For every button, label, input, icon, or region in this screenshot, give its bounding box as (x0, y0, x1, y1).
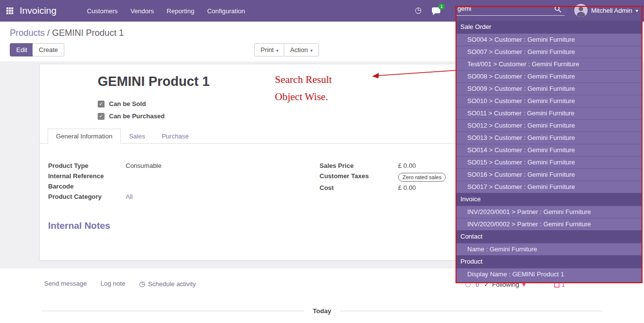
menu-item-reporting[interactable]: Reporting (167, 7, 194, 15)
can-be-purchased-label: Can be Purchased (109, 112, 164, 120)
menu-item-vendors[interactable]: Vendors (131, 7, 154, 15)
left-field-group: Product Type Consumable Internal Referen… (48, 162, 279, 203)
search-result-item[interactable]: SO016 > Customer : Gemini Furniture (456, 168, 642, 181)
field-label: Sales Price (320, 162, 398, 170)
search-results-dropdown: Sale Order SO004 > Customer : Gemini Fur… (456, 21, 642, 282)
search-result-item[interactable]: INV/2020/0002 > Partner : Gemini Furnitu… (456, 218, 642, 230)
product-category-link[interactable]: All (126, 193, 133, 201)
today-label: Today (313, 307, 331, 315)
chevron-down-icon: ▾ (310, 48, 313, 53)
group-header-sale-order: Sale Order (456, 21, 642, 33)
field-value: Consumable (126, 162, 161, 170)
edit-button[interactable]: Edit (10, 43, 33, 56)
customer-tax-pill[interactable]: Zero rated sales (398, 173, 446, 182)
group-header-product: Product (456, 255, 642, 268)
search-results-highlight-box: Sale Order SO004 > Customer : Gemini Fur… (456, 6, 643, 283)
field-product-category: Product Category All (48, 193, 279, 201)
message-count-badge: 1 (438, 3, 445, 10)
field-value: £ 0.00 (398, 184, 416, 192)
tab-purchase[interactable]: Purchase (153, 129, 197, 144)
breadcrumb-current: GEMINI Product 1 (52, 28, 124, 38)
annotation-line-2: Object Wise. (275, 88, 332, 106)
create-button[interactable]: Create (32, 43, 64, 56)
app-title[interactable]: Invoicing (20, 5, 56, 16)
field-label: Cost (320, 184, 398, 192)
notebook-tabs: General Information Sales Purchase (48, 129, 197, 144)
search-result-item[interactable]: SO012 > Customer : Gemini Furniture (456, 119, 642, 132)
divider-line (340, 311, 602, 311)
group-header-contact: Contact (456, 230, 642, 243)
followers-icon[interactable] (465, 282, 471, 287)
search-result-item[interactable]: SO010 > Customer : Gemini Furniture (456, 95, 642, 107)
search-result-item[interactable]: SO008 > Customer : Gemini Furniture (456, 70, 642, 82)
activity-clock-icon[interactable]: ◷ (415, 6, 422, 14)
can-be-sold-label: Can be Sold (109, 100, 146, 108)
menu-item-customers[interactable]: Customers (87, 7, 118, 15)
field-product-type: Product Type Consumable (48, 162, 279, 170)
search-result-item[interactable]: SO014 > Customer : Gemini Furniture (456, 144, 642, 156)
search-result-item[interactable]: SO009 > Customer : Gemini Furniture (456, 82, 642, 95)
field-label: Customer Taxes (320, 172, 398, 182)
breadcrumb-products-link[interactable]: Products (10, 28, 45, 38)
breadcrumb-separator: / (47, 28, 50, 38)
field-value: £ 0.00 (398, 162, 416, 170)
top-navbar: Invoicing Customers Vendors Reporting Co… (0, 0, 644, 22)
field-label: Internal Reference (48, 172, 126, 180)
chevron-down-icon: ▾ (636, 8, 638, 13)
annotation-line-1: Search Result (275, 71, 332, 88)
field-internal-reference: Internal Reference (48, 172, 279, 180)
log-note-button[interactable]: Log note (101, 280, 126, 288)
search-result-item[interactable]: Display Name : GEMINI Product 1 (456, 268, 642, 280)
search-result-item[interactable]: INV/2020/0001 > Partner : Gemini Furnitu… (456, 206, 642, 218)
search-result-item[interactable]: Name : Gemini Furniture (456, 243, 642, 255)
field-barcode: Barcode (48, 183, 279, 190)
clock-icon: ◷ (139, 280, 145, 288)
global-search (456, 4, 564, 17)
annotation-text: Search Result Object Wise. (275, 71, 332, 106)
tab-general-information[interactable]: General Information (48, 129, 121, 144)
schedule-activity-button[interactable]: ◷ Schedule activity (139, 280, 196, 288)
annotation-arrow (369, 67, 460, 81)
today-divider: Today (42, 307, 602, 315)
breadcrumb: Products / GEMINI Product 1 (10, 28, 124, 38)
search-icon[interactable] (554, 5, 562, 13)
user-menu[interactable]: Mitchell Admin ▾ (574, 4, 638, 17)
action-dropdown-button[interactable]: Action▾ (284, 43, 319, 56)
checkbox-checked-icon: ✓ (98, 101, 105, 108)
menu-item-configuration[interactable]: Configuration (207, 7, 245, 15)
chevron-down-icon: ▾ (276, 48, 279, 53)
divider-line (42, 311, 304, 311)
checkbox-checked-icon: ✓ (98, 113, 105, 120)
search-result-item[interactable]: SO007 > Customer : Gemini Furniture (456, 46, 642, 58)
group-header-invoice: Invoice (456, 193, 642, 206)
search-result-item[interactable]: SO015 > Customer : Gemini Furniture (456, 156, 642, 168)
field-label: Barcode (48, 183, 126, 190)
messages-icon[interactable]: 1 (432, 7, 440, 13)
avatar (574, 4, 588, 17)
search-result-item[interactable]: SO013 > Customer : Gemini Furniture (456, 132, 642, 144)
search-result-item[interactable]: SO017 > Customer : Gemini Furniture (456, 181, 642, 193)
invoicing-app-window: Invoicing Customers Vendors Reporting Co… (0, 0, 644, 323)
print-dropdown-button[interactable]: Print▾ (254, 43, 285, 56)
global-search-input[interactable] (456, 4, 564, 16)
user-name: Mitchell Admin (591, 7, 632, 14)
chatter-actions: Send message Log note ◷ Schedule activit… (44, 280, 196, 288)
field-label: Product Category (48, 193, 126, 201)
tab-sales[interactable]: Sales (121, 129, 154, 144)
apps-grid-icon[interactable] (6, 7, 13, 14)
send-message-button[interactable]: Send message (44, 280, 87, 288)
product-title: GEMINI Product 1 (98, 74, 210, 89)
field-label: Product Type (48, 162, 126, 170)
search-result-item[interactable]: Test/001 > Customer : Gemini Furniture (456, 58, 642, 70)
internal-notes-heading: Internal Notes (48, 220, 110, 231)
can-be-sold-checkbox[interactable]: ✓ Can be Sold (98, 100, 146, 108)
search-result-item[interactable]: SO011 > Customer : Gemini Furniture (456, 107, 642, 119)
search-result-item[interactable]: SO004 > Customer : Gemini Furniture (456, 33, 642, 46)
main-menu: Customers Vendors Reporting Configuratio… (87, 7, 245, 15)
can-be-purchased-checkbox[interactable]: ✓ Can be Purchased (98, 112, 164, 120)
